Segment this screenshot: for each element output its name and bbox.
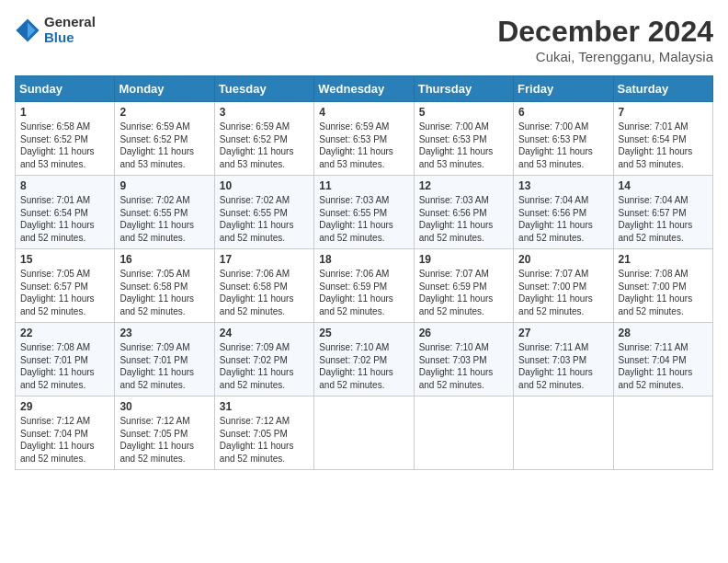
day-info: Sunrise: 7:11 AM Sunset: 7:04 PM Dayligh… [619, 341, 708, 391]
day-info: Sunrise: 7:04 AM Sunset: 6:56 PM Dayligh… [518, 194, 608, 244]
day-number: 13 [518, 179, 608, 192]
day-number: 21 [619, 253, 708, 266]
logo-text: General Blue [44, 15, 96, 45]
calendar-cell: 8 Sunrise: 7:01 AM Sunset: 6:54 PM Dayli… [16, 176, 115, 249]
day-number: 3 [220, 106, 309, 119]
day-number: 24 [220, 327, 309, 339]
day-number: 12 [419, 179, 508, 192]
day-number: 2 [119, 106, 209, 119]
day-number: 8 [20, 179, 109, 192]
calendar-cell: 4 Sunrise: 6:59 AM Sunset: 6:53 PM Dayli… [314, 102, 414, 176]
day-header-monday: Monday [115, 76, 214, 102]
week-row-1: 1 Sunrise: 6:58 AM Sunset: 6:52 PM Dayli… [16, 102, 713, 176]
day-info: Sunrise: 7:12 AM Sunset: 7:05 PM Dayligh… [119, 415, 209, 465]
logo-general: General [44, 15, 96, 30]
day-info: Sunrise: 7:12 AM Sunset: 7:05 PM Dayligh… [220, 415, 309, 465]
day-number: 23 [119, 327, 209, 339]
day-number: 5 [419, 106, 508, 119]
calendar-cell: 20 Sunrise: 7:07 AM Sunset: 7:00 PM Dayl… [514, 249, 613, 323]
day-number: 31 [220, 400, 309, 413]
day-number: 6 [518, 106, 608, 119]
week-row-4: 22 Sunrise: 7:08 AM Sunset: 7:01 PM Dayl… [16, 323, 713, 396]
calendar-cell: 30 Sunrise: 7:12 AM Sunset: 7:05 PM Dayl… [115, 396, 214, 470]
day-info: Sunrise: 6:58 AM Sunset: 6:52 PM Dayligh… [20, 121, 109, 170]
day-number: 30 [119, 400, 209, 413]
day-info: Sunrise: 7:03 AM Sunset: 6:56 PM Dayligh… [419, 194, 508, 244]
calendar-cell: 22 Sunrise: 7:08 AM Sunset: 7:01 PM Dayl… [16, 323, 115, 396]
day-info: Sunrise: 7:05 AM Sunset: 6:57 PM Dayligh… [20, 268, 109, 317]
day-info: Sunrise: 7:08 AM Sunset: 7:01 PM Dayligh… [20, 341, 109, 391]
calendar-cell: 25 Sunrise: 7:10 AM Sunset: 7:02 PM Dayl… [314, 323, 414, 396]
day-info: Sunrise: 7:06 AM Sunset: 6:59 PM Dayligh… [319, 268, 408, 317]
day-number: 10 [220, 179, 309, 192]
calendar-cell: 14 Sunrise: 7:04 AM Sunset: 6:57 PM Dayl… [613, 176, 712, 249]
day-number: 25 [319, 327, 408, 339]
day-number: 28 [619, 327, 708, 339]
day-info: Sunrise: 7:02 AM Sunset: 6:55 PM Dayligh… [119, 194, 209, 244]
day-info: Sunrise: 6:59 AM Sunset: 6:53 PM Dayligh… [319, 121, 408, 170]
day-info: Sunrise: 7:03 AM Sunset: 6:55 PM Dayligh… [319, 194, 408, 244]
calendar-cell: 29 Sunrise: 7:12 AM Sunset: 7:04 PM Dayl… [16, 396, 115, 470]
calendar-cell: 11 Sunrise: 7:03 AM Sunset: 6:55 PM Dayl… [314, 176, 414, 249]
calendar-table: SundayMondayTuesdayWednesdayThursdayFrid… [15, 75, 713, 470]
logo: General Blue [15, 15, 96, 45]
day-info: Sunrise: 7:01 AM Sunset: 6:54 PM Dayligh… [20, 194, 109, 244]
logo-icon [15, 17, 40, 43]
day-info: Sunrise: 6:59 AM Sunset: 6:52 PM Dayligh… [119, 121, 209, 170]
day-number: 1 [20, 106, 109, 119]
day-info: Sunrise: 6:59 AM Sunset: 6:52 PM Dayligh… [220, 121, 309, 170]
day-info: Sunrise: 7:07 AM Sunset: 6:59 PM Dayligh… [419, 268, 508, 317]
calendar-cell: 1 Sunrise: 6:58 AM Sunset: 6:52 PM Dayli… [16, 102, 115, 176]
week-row-3: 15 Sunrise: 7:05 AM Sunset: 6:57 PM Dayl… [16, 249, 713, 323]
day-info: Sunrise: 7:10 AM Sunset: 7:02 PM Dayligh… [319, 341, 408, 391]
calendar-cell: 28 Sunrise: 7:11 AM Sunset: 7:04 PM Dayl… [613, 323, 712, 396]
week-row-5: 29 Sunrise: 7:12 AM Sunset: 7:04 PM Dayl… [16, 396, 713, 470]
day-info: Sunrise: 7:05 AM Sunset: 6:58 PM Dayligh… [119, 268, 209, 317]
calendar-cell: 2 Sunrise: 6:59 AM Sunset: 6:52 PM Dayli… [115, 102, 214, 176]
day-number: 4 [319, 106, 408, 119]
day-number: 14 [619, 179, 708, 192]
day-number: 15 [20, 253, 109, 266]
day-info: Sunrise: 7:10 AM Sunset: 7:03 PM Dayligh… [419, 341, 508, 391]
header: General Blue December 2024 Cukai, Tereng… [15, 15, 713, 64]
calendar-cell: 5 Sunrise: 7:00 AM Sunset: 6:53 PM Dayli… [414, 102, 513, 176]
logo-blue: Blue [44, 30, 96, 46]
calendar-cell [414, 396, 513, 470]
calendar-cell: 17 Sunrise: 7:06 AM Sunset: 6:58 PM Dayl… [214, 249, 313, 323]
day-number: 18 [319, 253, 408, 266]
day-number: 17 [220, 253, 309, 266]
calendar-cell: 7 Sunrise: 7:01 AM Sunset: 6:54 PM Dayli… [613, 102, 712, 176]
calendar-cell: 15 Sunrise: 7:05 AM Sunset: 6:57 PM Dayl… [16, 249, 115, 323]
week-row-2: 8 Sunrise: 7:01 AM Sunset: 6:54 PM Dayli… [16, 176, 713, 249]
day-info: Sunrise: 7:11 AM Sunset: 7:03 PM Dayligh… [518, 341, 608, 391]
calendar-cell [314, 396, 414, 470]
day-info: Sunrise: 7:07 AM Sunset: 7:00 PM Dayligh… [518, 268, 608, 317]
day-info: Sunrise: 7:02 AM Sunset: 6:55 PM Dayligh… [220, 194, 309, 244]
day-info: Sunrise: 7:12 AM Sunset: 7:04 PM Dayligh… [20, 415, 109, 465]
day-number: 16 [119, 253, 209, 266]
calendar-cell: 26 Sunrise: 7:10 AM Sunset: 7:03 PM Dayl… [414, 323, 513, 396]
calendar-cell: 3 Sunrise: 6:59 AM Sunset: 6:52 PM Dayli… [214, 102, 313, 176]
day-number: 26 [419, 327, 508, 339]
day-number: 20 [518, 253, 608, 266]
calendar-cell: 24 Sunrise: 7:09 AM Sunset: 7:02 PM Dayl… [214, 323, 313, 396]
day-info: Sunrise: 7:09 AM Sunset: 7:02 PM Dayligh… [220, 341, 309, 391]
calendar-cell [514, 396, 613, 470]
calendar-cell: 21 Sunrise: 7:08 AM Sunset: 7:00 PM Dayl… [613, 249, 712, 323]
day-header-thursday: Thursday [414, 76, 513, 102]
day-number: 27 [518, 327, 608, 339]
day-number: 22 [20, 327, 109, 339]
day-info: Sunrise: 7:01 AM Sunset: 6:54 PM Dayligh… [619, 121, 708, 170]
calendar-cell: 12 Sunrise: 7:03 AM Sunset: 6:56 PM Dayl… [414, 176, 513, 249]
calendar-cell: 6 Sunrise: 7:00 AM Sunset: 6:53 PM Dayli… [514, 102, 613, 176]
location: Cukai, Terengganu, Malaysia [497, 49, 713, 64]
calendar-cell: 23 Sunrise: 7:09 AM Sunset: 7:01 PM Dayl… [115, 323, 214, 396]
calendar-cell: 27 Sunrise: 7:11 AM Sunset: 7:03 PM Dayl… [514, 323, 613, 396]
day-number: 11 [319, 179, 408, 192]
day-header-friday: Friday [514, 76, 613, 102]
day-info: Sunrise: 7:08 AM Sunset: 7:00 PM Dayligh… [619, 268, 708, 317]
day-header-sunday: Sunday [16, 76, 115, 102]
calendar-cell: 10 Sunrise: 7:02 AM Sunset: 6:55 PM Dayl… [214, 176, 313, 249]
day-number: 7 [619, 106, 708, 119]
calendar-cell [613, 396, 712, 470]
